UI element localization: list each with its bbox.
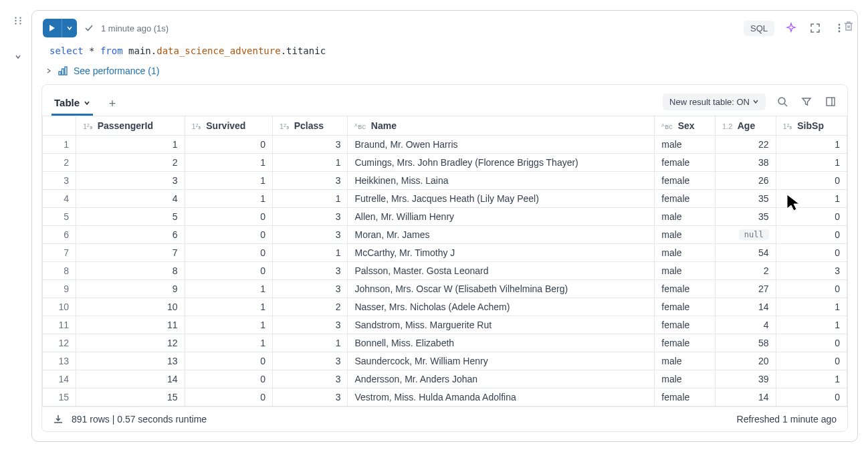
drag-handle-icon[interactable]	[10, 13, 26, 29]
table-row[interactable]: 111113Sandstrom, Miss. Marguerite Rutfem…	[43, 316, 847, 334]
column-header[interactable]: 1²₃ SibSp	[776, 116, 847, 136]
table-row[interactable]: 9913Johnson, Mrs. Oscar W (Elisabeth Vil…	[43, 280, 847, 298]
table-cell[interactable]: 5	[76, 208, 185, 226]
table-row[interactable]: 1103Braund, Mr. Owen Harrismale221	[43, 136, 847, 154]
table-cell[interactable]: 1	[185, 172, 272, 190]
table-cell[interactable]: 1	[273, 334, 348, 352]
table-cell[interactable]: 1	[776, 136, 847, 154]
table-cell[interactable]: null	[716, 226, 776, 244]
table-cell[interactable]: 1	[776, 316, 847, 334]
table-cell[interactable]: 0	[185, 388, 272, 406]
table-cell[interactable]: 3	[273, 208, 348, 226]
table-cell[interactable]: 0	[776, 172, 847, 190]
table-cell[interactable]: Futrelle, Mrs. Jacques Heath (Lily May P…	[348, 190, 655, 208]
table-cell[interactable]: female	[655, 334, 716, 352]
result-table-toggle[interactable]: New result table: ON	[663, 94, 766, 110]
table-cell[interactable]: Palsson, Master. Gosta Leonard	[348, 262, 655, 280]
delete-cell-icon[interactable]	[843, 20, 855, 32]
table-cell[interactable]: Allen, Mr. William Henry	[348, 208, 655, 226]
table-cell[interactable]: 0	[776, 280, 847, 298]
collapse-toggle-icon[interactable]	[10, 49, 26, 65]
table-cell[interactable]: 6	[76, 226, 185, 244]
add-tab-button[interactable]: +	[104, 95, 121, 112]
table-cell[interactable]: 1	[776, 298, 847, 316]
table-cell[interactable]: female	[655, 154, 716, 172]
column-header[interactable]: ᴬʙc Sex	[655, 116, 716, 136]
assistant-sparkle-icon[interactable]	[784, 21, 798, 35]
table-cell[interactable]: McCarthy, Mr. Timothy J	[348, 244, 655, 262]
table-cell[interactable]: 0	[185, 226, 272, 244]
table-row[interactable]: 8803Palsson, Master. Gosta Leonardmale23	[43, 262, 847, 280]
table-cell[interactable]: 3	[273, 370, 348, 388]
table-cell[interactable]: Heikkinen, Miss. Laina	[348, 172, 655, 190]
table-cell[interactable]: Johnson, Mrs. Oscar W (Elisabeth Vilhelm…	[348, 280, 655, 298]
filter-icon[interactable]	[799, 94, 814, 109]
table-cell[interactable]: 3	[273, 280, 348, 298]
table-cell[interactable]: male	[655, 208, 716, 226]
table-cell[interactable]: 0	[776, 388, 847, 406]
table-cell[interactable]: 14	[716, 388, 776, 406]
table-cell[interactable]: male	[655, 262, 716, 280]
table-cell[interactable]: 8	[76, 262, 185, 280]
table-cell[interactable]: female	[655, 388, 716, 406]
table-row[interactable]: 3313Heikkinen, Miss. Lainafemale260	[43, 172, 847, 190]
table-cell[interactable]: 1	[776, 370, 847, 388]
table-cell[interactable]: 2	[716, 262, 776, 280]
column-header[interactable]: 1.2 Age	[716, 116, 776, 136]
table-row[interactable]: 151503Vestrom, Miss. Hulda Amanda Adolfi…	[43, 388, 847, 406]
panel-icon[interactable]	[823, 94, 838, 109]
table-cell[interactable]: Sandstrom, Miss. Marguerite Rut	[348, 316, 655, 334]
table-cell[interactable]: 1	[185, 154, 272, 172]
table-cell[interactable]: female	[655, 280, 716, 298]
table-row[interactable]: 141403Andersson, Mr. Anders Johanmale391	[43, 370, 847, 388]
column-header[interactable]: ᴬʙc Name	[348, 116, 655, 136]
table-cell[interactable]: 1	[273, 154, 348, 172]
table-cell[interactable]: 2	[76, 154, 185, 172]
table-cell[interactable]: 38	[716, 154, 776, 172]
table-cell[interactable]: 1	[776, 190, 847, 208]
table-cell[interactable]: Vestrom, Miss. Hulda Amanda Adolfina	[348, 388, 655, 406]
table-cell[interactable]: 0	[185, 352, 272, 370]
table-cell[interactable]: male	[655, 352, 716, 370]
table-cell[interactable]: Braund, Mr. Owen Harris	[348, 136, 655, 154]
table-cell[interactable]: male	[655, 370, 716, 388]
table-cell[interactable]: 0	[185, 370, 272, 388]
table-cell[interactable]: 12	[76, 334, 185, 352]
table-cell[interactable]: 14	[716, 298, 776, 316]
table-cell[interactable]: 0	[185, 244, 272, 262]
table-cell[interactable]: 4	[76, 190, 185, 208]
table-cell[interactable]: 4	[716, 316, 776, 334]
table-cell[interactable]: 3	[776, 262, 847, 280]
table-row[interactable]: 101012Nasser, Mrs. Nicholas (Adele Achem…	[43, 298, 847, 316]
table-cell[interactable]: male	[655, 244, 716, 262]
see-performance-link[interactable]: See performance (1)	[37, 62, 852, 83]
table-cell[interactable]: 39	[716, 370, 776, 388]
table-cell[interactable]: 20	[716, 352, 776, 370]
table-cell[interactable]: 0	[776, 208, 847, 226]
table-cell[interactable]: Bonnell, Miss. Elizabeth	[348, 334, 655, 352]
table-cell[interactable]: 0	[776, 352, 847, 370]
table-cell[interactable]: 1	[185, 280, 272, 298]
language-badge[interactable]: SQL	[744, 21, 774, 36]
tab-table[interactable]: Table	[51, 92, 93, 116]
table-cell[interactable]: 22	[716, 136, 776, 154]
table-cell[interactable]: 3	[273, 316, 348, 334]
sql-editor[interactable]: select * from main.data_science_adventur…	[37, 40, 852, 62]
table-row[interactable]: 7701McCarthy, Mr. Timothy Jmale540	[43, 244, 847, 262]
table-cell[interactable]: 9	[76, 280, 185, 298]
table-cell[interactable]: 3	[76, 172, 185, 190]
table-cell[interactable]: 13	[76, 352, 185, 370]
table-cell[interactable]: female	[655, 316, 716, 334]
table-cell[interactable]: 7	[76, 244, 185, 262]
table-row[interactable]: 131303Saundercock, Mr. William Henrymale…	[43, 352, 847, 370]
table-cell[interactable]: female	[655, 298, 716, 316]
table-cell[interactable]: 14	[76, 370, 185, 388]
table-cell[interactable]: Andersson, Mr. Anders Johan	[348, 370, 655, 388]
table-cell[interactable]: 0	[185, 262, 272, 280]
table-cell[interactable]: 3	[273, 172, 348, 190]
table-cell[interactable]: 2	[273, 298, 348, 316]
fullscreen-icon[interactable]	[808, 21, 823, 35]
table-cell[interactable]: 3	[273, 262, 348, 280]
table-row[interactable]: 4411Futrelle, Mrs. Jacques Heath (Lily M…	[43, 190, 847, 208]
table-cell[interactable]: 1	[273, 244, 348, 262]
